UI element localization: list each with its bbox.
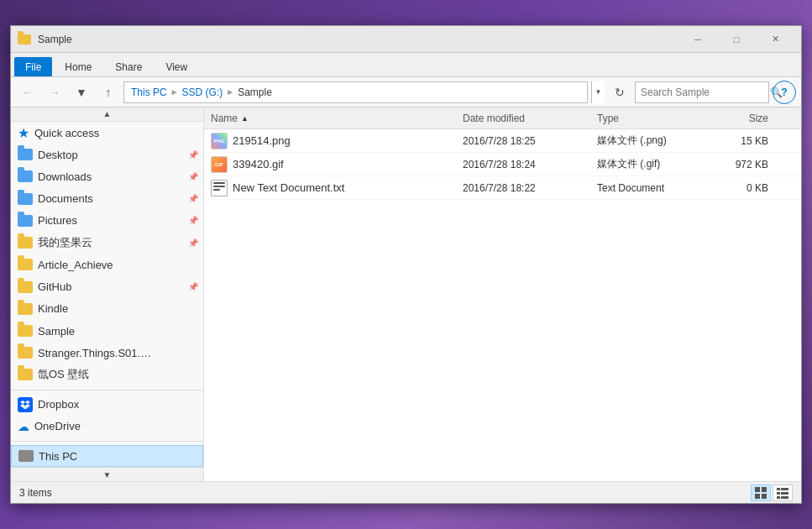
search-box: 🔍 xyxy=(635,81,769,103)
folder-yellow-icon-stranger xyxy=(18,347,33,359)
close-button[interactable]: ✕ xyxy=(756,26,794,53)
breadcrumb-thispc[interactable]: This PC xyxy=(131,86,167,98)
folder-yellow-icon-qingos xyxy=(18,369,33,380)
sidebar-item-jianguoyun[interactable]: 我的坚果云 📌 xyxy=(11,232,203,254)
sidebar-item-label-github: GitHub xyxy=(38,280,71,293)
view-details-button[interactable] xyxy=(751,484,771,501)
file-type-png: 媒体文件 (.png) xyxy=(590,134,708,148)
sidebar-item-qingos[interactable]: 氙OS 壁纸 xyxy=(11,364,203,385)
sidebar-item-documents[interactable]: Documents 📌 xyxy=(11,188,203,210)
file-row-png[interactable]: PNG 219514.png 2016/7/28 18:25 媒体文件 (.pn… xyxy=(204,129,801,153)
sidebar-item-label-desktop: Desktop xyxy=(38,149,78,161)
view-buttons xyxy=(751,484,793,501)
window-title: Sample xyxy=(38,34,678,45)
tab-view[interactable]: View xyxy=(155,57,198,76)
title-controls: ─ □ ✕ xyxy=(678,26,794,53)
svg-rect-5 xyxy=(781,488,788,490)
svg-rect-1 xyxy=(762,487,767,492)
sidebar-item-label-kindle: Kindle xyxy=(38,302,68,315)
sidebar-scroll-up[interactable]: ▲ xyxy=(11,107,203,122)
refresh-button[interactable]: ↻ xyxy=(608,81,631,104)
sidebar-item-label-article: Article_Achieve xyxy=(38,259,113,271)
col-header-type[interactable]: Type xyxy=(590,113,708,124)
up-button[interactable]: ↑ xyxy=(97,81,120,104)
svg-rect-8 xyxy=(777,496,780,499)
back-button[interactable]: ← xyxy=(16,81,39,104)
svg-rect-0 xyxy=(755,487,760,492)
sidebar-divider-2 xyxy=(11,441,203,442)
file-date-txt: 2016/7/28 18:22 xyxy=(456,182,590,194)
recent-button[interactable]: ▼ xyxy=(70,81,93,104)
folder-blue-icon-pics xyxy=(18,215,33,227)
sidebar-item-sample[interactable]: Sample xyxy=(11,320,203,342)
sidebar-item-onedrive[interactable]: ☁ OneDrive xyxy=(11,416,203,437)
title-bar: Sample ─ □ ✕ xyxy=(11,26,801,53)
sidebar-item-pictures[interactable]: Pictures 📌 xyxy=(11,210,203,232)
window-icon xyxy=(18,33,31,46)
sidebar-scroll-down[interactable]: ▼ xyxy=(11,467,203,481)
svg-rect-2 xyxy=(755,494,760,499)
file-name-txt: New Text Document.txt xyxy=(204,180,456,196)
help-button[interactable]: ? xyxy=(773,81,796,104)
pin-icon-pictures: 📌 xyxy=(188,216,198,225)
ribbon-tabs: File Home Share View xyxy=(11,53,801,76)
breadcrumb-sep1: ► xyxy=(170,87,179,97)
star-icon: ★ xyxy=(18,125,29,141)
sidebar-divider-1 xyxy=(11,390,203,390)
breadcrumb: This PC ► SSD (G:) ► Sample xyxy=(123,81,588,103)
maximize-button[interactable]: □ xyxy=(717,26,756,53)
status-item-count: 3 items xyxy=(19,487,751,499)
folder-icon xyxy=(18,34,31,45)
search-input[interactable] xyxy=(641,86,767,98)
col-header-date[interactable]: Date modified xyxy=(456,113,590,124)
folder-yellow-icon-sample xyxy=(18,325,33,337)
col-header-name[interactable]: Name ▲ xyxy=(204,113,456,124)
status-bar: 3 items xyxy=(11,481,801,503)
sidebar-item-quick-access[interactable]: ★ Quick access xyxy=(11,122,203,144)
sidebar-item-label-sample: Sample xyxy=(38,325,75,338)
sidebar-item-downloads[interactable]: Downloads 📌 xyxy=(11,165,203,187)
pin-icon-documents: 📌 xyxy=(188,194,198,203)
column-header: Name ▲ Date modified Type Size xyxy=(204,107,801,129)
col-header-size[interactable]: Size xyxy=(708,113,775,124)
pin-icon-github: 📌 xyxy=(188,282,198,291)
sidebar-item-article[interactable]: Article_Achieve xyxy=(11,254,203,275)
folder-yellow-icon-jgy xyxy=(18,237,33,249)
breadcrumb-sep2: ► xyxy=(226,87,234,97)
file-row-gif[interactable]: GIF 339420.gif 2016/7/28 18:24 媒体文件 (.gi… xyxy=(204,153,801,176)
sidebar-item-label-quick-access: Quick access xyxy=(34,127,99,139)
sidebar-item-stranger[interactable]: Stranger.Things.S01.720p.N xyxy=(11,342,203,364)
sidebar-item-kindle[interactable]: Kindle xyxy=(11,298,203,320)
tab-share[interactable]: Share xyxy=(104,57,153,76)
file-name-png: PNG 219514.png xyxy=(204,133,456,149)
file-date-png: 2016/7/28 18:25 xyxy=(456,135,590,147)
sort-arrow: ▲ xyxy=(241,114,249,123)
svg-rect-6 xyxy=(777,492,780,495)
file-date-gif: 2016/7/28 18:24 xyxy=(456,159,590,170)
txt-icon xyxy=(211,180,228,196)
sidebar-item-github[interactable]: GitHub 📌 xyxy=(11,275,203,297)
tab-home[interactable]: Home xyxy=(54,57,102,76)
sidebar-item-dropbox[interactable]: Dropbox xyxy=(11,393,203,415)
file-row-txt[interactable]: New Text Document.txt 2016/7/28 18:22 Te… xyxy=(204,176,801,200)
sidebar-item-label-dropbox: Dropbox xyxy=(38,398,79,411)
file-list: PNG 219514.png 2016/7/28 18:25 媒体文件 (.pn… xyxy=(204,129,801,481)
breadcrumb-dropdown[interactable]: ▼ xyxy=(591,81,605,103)
breadcrumb-ssd[interactable]: SSD (G:) xyxy=(182,86,223,98)
minimize-button[interactable]: ─ xyxy=(678,26,717,53)
sidebar-item-label-onedrive: OneDrive xyxy=(34,420,81,432)
sidebar-item-desktop[interactable]: Desktop 📌 xyxy=(11,144,203,165)
sidebar-item-thispc[interactable]: This PC xyxy=(11,445,203,467)
dropbox-icon xyxy=(18,397,33,412)
breadcrumb-sample: Sample xyxy=(238,86,272,98)
tab-file[interactable]: File xyxy=(14,57,52,76)
sidebar-item-label-thispc: This PC xyxy=(39,450,77,463)
file-area: Name ▲ Date modified Type Size PNG 21951… xyxy=(204,107,801,481)
thispc-icon xyxy=(18,450,34,462)
file-size-gif: 972 KB xyxy=(708,159,775,170)
view-list-button[interactable] xyxy=(773,484,793,501)
folder-yellow-icon-article xyxy=(18,259,33,270)
svg-rect-7 xyxy=(781,492,788,495)
file-type-gif: 媒体文件 (.gif) xyxy=(590,157,708,171)
forward-button[interactable]: → xyxy=(43,81,66,104)
